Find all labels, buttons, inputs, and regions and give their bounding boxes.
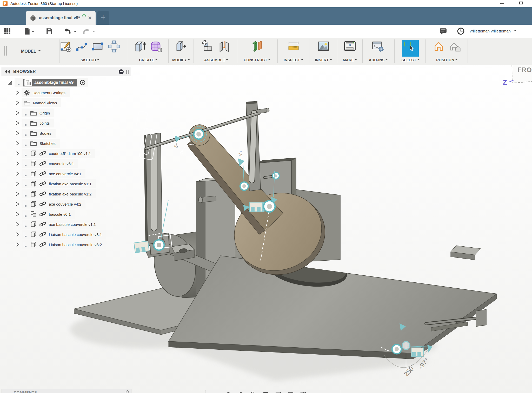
joint-icon[interactable] bbox=[218, 40, 231, 53]
viewcube-face-label[interactable]: FRONT bbox=[517, 66, 532, 73]
expand-arrow-icon[interactable] bbox=[16, 242, 19, 247]
create-menu[interactable]: CREATE bbox=[129, 58, 167, 62]
visibility-bulb-icon[interactable] bbox=[24, 242, 28, 247]
tree-row[interactable]: axe bascule couvercle v1:1 bbox=[16, 220, 131, 229]
app-grid-icon[interactable] bbox=[4, 28, 11, 35]
visibility-bulb-icon[interactable] bbox=[24, 222, 28, 227]
sketch-menu[interactable]: SKETCH bbox=[52, 58, 128, 62]
toolbar-grip[interactable] bbox=[4, 46, 7, 56]
tree-row[interactable]: Named Views bbox=[16, 98, 131, 107]
tree-row[interactable]: bascule v6:1 bbox=[16, 210, 131, 219]
tree-row[interactable]: fixation axe bascule v1:2 bbox=[16, 189, 131, 198]
construct-menu[interactable]: CONSTRUCT bbox=[240, 58, 275, 62]
user-menu[interactable]: vrilletteman vrilletteman bbox=[470, 29, 516, 33]
insert-menu[interactable]: INSERT bbox=[310, 58, 336, 62]
construction-plane-icon[interactable] bbox=[251, 40, 264, 53]
new-component-icon[interactable] bbox=[202, 40, 215, 53]
expand-arrow-icon[interactable] bbox=[16, 232, 19, 237]
tree-row[interactable]: Bodies bbox=[16, 129, 131, 138]
root-component-chip[interactable]: assemblage final v9 bbox=[23, 79, 77, 86]
visibility-bulb-icon[interactable] bbox=[24, 141, 28, 146]
visibility-bulb-icon[interactable] bbox=[24, 151, 28, 156]
tree-row[interactable]: coude 45° diam100 v1:1 bbox=[16, 149, 131, 158]
tree-root-row[interactable]: assemblage final v9 bbox=[8, 78, 131, 87]
visibility-bulb-icon[interactable] bbox=[17, 80, 21, 85]
inspect-menu[interactable]: INSPECT bbox=[278, 58, 308, 62]
tab-close-icon[interactable]: ✕ bbox=[88, 16, 92, 20]
collapse-panel-icon[interactable] bbox=[4, 70, 10, 74]
scripts-addins-icon[interactable] bbox=[372, 40, 385, 53]
new-tab-button[interactable]: + bbox=[97, 11, 109, 25]
tree-row[interactable]: Sketches bbox=[16, 139, 131, 148]
expand-arrow-icon[interactable] bbox=[16, 222, 19, 227]
visibility-bulb-icon[interactable] bbox=[24, 161, 28, 166]
expand-arrow-icon[interactable] bbox=[16, 181, 19, 186]
fit-icon[interactable] bbox=[263, 391, 269, 393]
activate-component-icon[interactable] bbox=[79, 79, 86, 86]
zoom-icon[interactable] bbox=[250, 391, 256, 393]
save-icon[interactable] bbox=[46, 28, 53, 35]
visibility-bulb-icon[interactable] bbox=[24, 201, 28, 207]
extrude-icon[interactable] bbox=[134, 40, 147, 53]
panel-resize-handle[interactable] bbox=[126, 70, 129, 74]
select-tool-active[interactable] bbox=[402, 40, 419, 57]
insert-image-icon[interactable] bbox=[317, 40, 330, 53]
spline-icon[interactable] bbox=[75, 40, 88, 53]
minimize-button[interactable] bbox=[500, 3, 504, 4]
visibility-bulb-icon[interactable] bbox=[24, 232, 28, 237]
expand-arrow-icon[interactable] bbox=[16, 100, 19, 105]
pan-icon[interactable] bbox=[238, 391, 244, 393]
redo-icon[interactable] bbox=[83, 28, 90, 35]
addins-menu[interactable]: ADD-INS bbox=[364, 58, 393, 62]
create-form-icon[interactable] bbox=[150, 40, 163, 53]
file-icon[interactable] bbox=[23, 28, 31, 35]
capture-position-icon[interactable] bbox=[432, 40, 445, 53]
make-menu[interactable]: MAKE bbox=[338, 58, 362, 62]
visibility-bulb-icon[interactable] bbox=[24, 131, 28, 136]
assemble-menu[interactable]: ASSEMBLE bbox=[195, 58, 237, 62]
expand-arrow-icon[interactable] bbox=[16, 202, 19, 206]
document-tab[interactable]: assemblage final v9* ✕ bbox=[26, 11, 96, 25]
expand-arrow-icon[interactable] bbox=[16, 90, 19, 95]
undo-menu-caret[interactable] bbox=[74, 31, 76, 33]
rectangle-sketch-icon[interactable] bbox=[91, 40, 104, 53]
position-menu[interactable]: POSITION bbox=[427, 58, 466, 62]
modify-menu[interactable]: MODIFY bbox=[169, 58, 193, 62]
tree-row[interactable]: Document Settings bbox=[16, 88, 131, 97]
tree-row[interactable]: Liaison bascule couvercle v3:2 bbox=[16, 240, 131, 249]
clock-icon[interactable] bbox=[457, 28, 464, 35]
expand-arrow-icon[interactable] bbox=[16, 192, 19, 196]
comments-expand-icon[interactable] bbox=[126, 390, 129, 393]
maximize-button[interactable] bbox=[519, 2, 523, 4]
visibility-bulb-off-icon[interactable] bbox=[24, 110, 28, 116]
expanded-arrow-icon[interactable] bbox=[8, 80, 12, 85]
orbit-icon[interactable] bbox=[225, 391, 231, 393]
collapse-tree-icon[interactable] bbox=[119, 69, 124, 74]
redo-menu-caret[interactable] bbox=[92, 31, 95, 33]
select-menu[interactable]: SELECT bbox=[396, 58, 425, 62]
comments-panel-collapsed[interactable]: COMMENTS bbox=[2, 389, 131, 393]
expand-arrow-icon[interactable] bbox=[16, 121, 19, 125]
revert-position-icon[interactable] bbox=[448, 40, 461, 53]
tree-row[interactable]: couvercle v6:1 bbox=[16, 159, 131, 168]
3d-print-icon[interactable] bbox=[343, 40, 356, 53]
tree-row[interactable]: axe couvercle v4:2 bbox=[16, 200, 131, 208]
display-settings-icon[interactable] bbox=[275, 391, 281, 393]
measure-icon[interactable] bbox=[287, 40, 300, 53]
tree-row[interactable]: axe couvercle v4:1 bbox=[16, 169, 131, 178]
expand-arrow-icon[interactable] bbox=[16, 151, 19, 156]
tree-row[interactable]: Origin bbox=[16, 109, 131, 117]
tree-row[interactable]: Liaison bascule couvercle v3:1 bbox=[16, 230, 131, 239]
viewports-icon[interactable] bbox=[300, 391, 306, 393]
undo-icon[interactable] bbox=[64, 28, 71, 35]
expand-arrow-icon[interactable] bbox=[16, 212, 19, 216]
visibility-bulb-icon[interactable] bbox=[24, 120, 28, 126]
expand-arrow-icon[interactable] bbox=[16, 141, 19, 146]
create-sketch-icon[interactable] bbox=[59, 40, 72, 53]
expand-arrow-icon[interactable] bbox=[16, 161, 19, 166]
visibility-bulb-icon[interactable] bbox=[24, 181, 28, 186]
expand-arrow-icon[interactable] bbox=[16, 171, 19, 176]
tree-row[interactable]: fixation axe bascule v1:1 bbox=[16, 179, 131, 188]
tree-row[interactable]: Joints bbox=[16, 119, 131, 127]
grid-icon[interactable] bbox=[288, 391, 294, 393]
